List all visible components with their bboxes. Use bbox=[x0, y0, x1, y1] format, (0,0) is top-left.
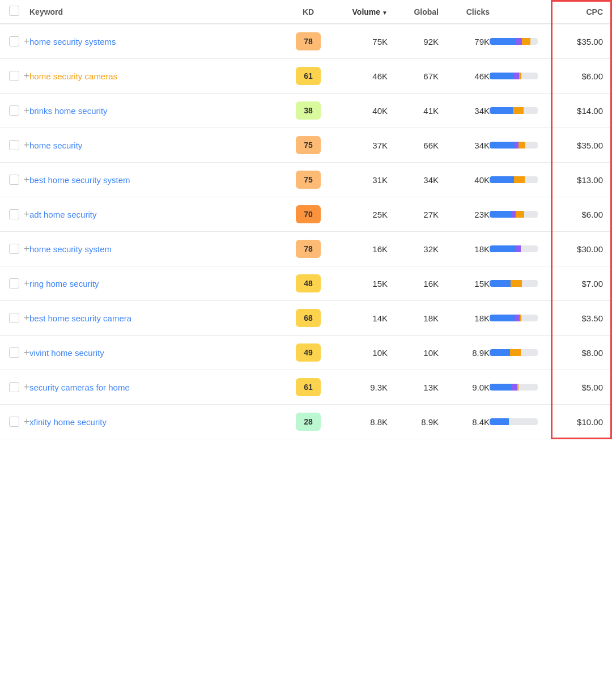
bar-purple-segment bbox=[516, 245, 521, 252]
add-keyword-button[interactable]: + bbox=[24, 313, 30, 323]
keyword-link[interactable]: home security cameras bbox=[29, 71, 117, 81]
bar-yellow-segment bbox=[514, 176, 525, 183]
add-keyword-button[interactable]: + bbox=[24, 417, 30, 427]
clicks-cell: 40K bbox=[439, 175, 490, 185]
row-checkbox[interactable] bbox=[9, 347, 19, 358]
global-column-header[interactable]: Global bbox=[388, 7, 439, 16]
clicks-cell: 46K bbox=[439, 71, 490, 81]
bar-purple-segment bbox=[516, 38, 522, 45]
row-checkbox[interactable] bbox=[9, 36, 19, 46]
add-keyword-button[interactable]: + bbox=[24, 71, 30, 81]
clicks-cell: 8.4K bbox=[439, 417, 490, 427]
global-cell: 66K bbox=[388, 141, 439, 150]
add-keyword-button[interactable]: + bbox=[24, 140, 30, 150]
clicks-cell: 15K bbox=[439, 279, 490, 289]
keyword-column-header: Keyword bbox=[29, 7, 286, 16]
add-keyword-button[interactable]: + bbox=[24, 105, 30, 116]
keyword-cell: home security cameras bbox=[29, 70, 286, 82]
clicks-column-header[interactable]: Clicks bbox=[439, 7, 490, 16]
row-checkbox[interactable] bbox=[9, 105, 19, 116]
keyword-link[interactable]: ring home security bbox=[29, 279, 99, 289]
row-checkbox[interactable] bbox=[9, 278, 19, 289]
keyword-link[interactable]: security cameras for home bbox=[29, 383, 130, 392]
add-keyword-button[interactable]: + bbox=[24, 278, 30, 289]
row-checkbox[interactable] bbox=[9, 175, 19, 185]
traffic-bar bbox=[490, 38, 538, 45]
bar-cell bbox=[490, 176, 546, 183]
keyword-table: Keyword KD Volume▼ Global Clicks CPC + h… bbox=[0, 0, 612, 439]
clicks-cell: 18K bbox=[439, 244, 490, 254]
kd-cell: 61 bbox=[286, 378, 331, 396]
row-checkbox[interactable] bbox=[9, 417, 19, 427]
keyword-link[interactable]: home security systems bbox=[29, 37, 116, 46]
volume-column-header[interactable]: Volume▼ bbox=[331, 7, 388, 16]
keyword-link[interactable]: best home security system bbox=[29, 175, 130, 185]
keyword-link[interactable]: vivint home security bbox=[29, 348, 104, 358]
table-row: + home security system 78 16K 32K 18K $3… bbox=[0, 232, 612, 266]
kd-badge: 61 bbox=[296, 67, 321, 85]
kd-cell: 75 bbox=[286, 171, 331, 189]
kd-badge: 70 bbox=[296, 205, 321, 223]
keyword-cell: home security system bbox=[29, 243, 286, 255]
kd-badge: 75 bbox=[296, 136, 321, 154]
table-row: + xfinity home security 28 8.8K 8.9K 8.4… bbox=[0, 405, 612, 439]
kd-column-header[interactable]: KD bbox=[286, 7, 331, 16]
bar-blue-segment bbox=[490, 418, 509, 425]
add-keyword-button[interactable]: + bbox=[24, 175, 30, 185]
keyword-link[interactable]: home security system bbox=[29, 244, 112, 254]
add-keyword-button[interactable]: + bbox=[24, 382, 30, 392]
add-keyword-button[interactable]: + bbox=[24, 209, 30, 219]
table-body: + home security systems 78 75K 92K 79K $… bbox=[0, 24, 612, 439]
bar-yellow-segment bbox=[510, 349, 521, 356]
add-keyword-button[interactable]: + bbox=[24, 347, 30, 358]
keyword-link[interactable]: home security bbox=[29, 141, 82, 150]
row-checkbox[interactable] bbox=[9, 71, 19, 81]
bar-purple-segment bbox=[514, 73, 519, 79]
kd-badge: 75 bbox=[296, 171, 321, 189]
table-row: + home security 75 37K 66K 34K $35.00 bbox=[0, 128, 612, 163]
traffic-bar bbox=[490, 349, 538, 356]
kd-cell: 61 bbox=[286, 67, 331, 85]
row-checkbox[interactable] bbox=[9, 244, 19, 254]
global-cell: 8.9K bbox=[388, 417, 439, 427]
bar-yellow-segment bbox=[522, 38, 530, 45]
cpc-column-header[interactable]: CPC bbox=[546, 7, 603, 16]
volume-cell: 25K bbox=[331, 210, 388, 219]
bar-blue-segment bbox=[490, 107, 513, 114]
table-row: + adt home security 70 25K 27K 23K $6.00 bbox=[0, 197, 612, 232]
table-header: Keyword KD Volume▼ Global Clicks CPC bbox=[0, 0, 612, 24]
keyword-cell: home security bbox=[29, 139, 286, 151]
add-keyword-button[interactable]: + bbox=[24, 244, 30, 254]
keyword-link[interactable]: xfinity home security bbox=[29, 417, 107, 427]
traffic-bar bbox=[490, 315, 538, 321]
row-checkbox[interactable] bbox=[9, 140, 19, 150]
row-checkbox[interactable] bbox=[9, 382, 19, 392]
global-cell: 13K bbox=[388, 383, 439, 392]
keyword-link[interactable]: adt home security bbox=[29, 210, 96, 219]
bar-cell bbox=[490, 315, 546, 321]
row-checkbox[interactable] bbox=[9, 209, 19, 219]
kd-cell: 38 bbox=[286, 101, 331, 120]
cpc-cell: $3.50 bbox=[546, 313, 603, 323]
cpc-cell: $13.00 bbox=[546, 175, 603, 185]
kd-badge: 78 bbox=[296, 32, 321, 50]
bar-yellow-segment bbox=[516, 211, 524, 218]
global-cell: 32K bbox=[388, 244, 439, 254]
add-keyword-button[interactable]: + bbox=[24, 36, 30, 46]
keyword-link[interactable]: best home security camera bbox=[29, 313, 131, 323]
bar-blue-segment bbox=[490, 315, 515, 321]
cpc-cell: $30.00 bbox=[546, 244, 603, 254]
keyword-cell: vivint home security bbox=[29, 347, 286, 359]
bar-blue-segment bbox=[490, 73, 514, 79]
kd-badge: 28 bbox=[296, 413, 321, 431]
volume-cell: 37K bbox=[331, 141, 388, 150]
kd-badge: 49 bbox=[296, 343, 321, 362]
bar-blue-segment bbox=[490, 38, 516, 45]
keyword-link[interactable]: brinks home security bbox=[29, 106, 108, 116]
kd-cell: 49 bbox=[286, 343, 331, 362]
traffic-bar bbox=[490, 142, 538, 149]
row-checkbox[interactable] bbox=[9, 313, 19, 323]
table-row: + vivint home security 49 10K 10K 8.9K $… bbox=[0, 336, 612, 370]
global-cell: 41K bbox=[388, 106, 439, 116]
header-checkbox[interactable] bbox=[9, 6, 19, 16]
